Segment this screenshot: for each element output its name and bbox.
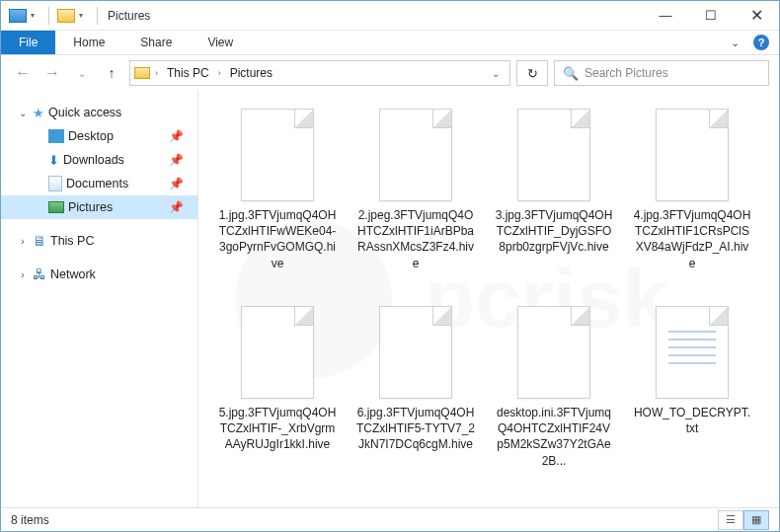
file-item[interactable]: 4.jpg.3FTVjumqQ4OHTCZxlHTIF1CRsPClSXV84a… (623, 103, 761, 300)
details-view-button[interactable]: ☰ (718, 510, 743, 530)
tab-home[interactable]: Home (55, 31, 122, 54)
file-item[interactable]: 3.jpg.3FTVjumqQ4OHTCZxlHTIF_DyjGSFO8prb0… (485, 103, 623, 300)
minimize-button[interactable]: — (643, 1, 688, 31)
search-input[interactable]: 🔍 Search Pictures (554, 60, 769, 86)
pin-icon: 📌 (169, 129, 184, 143)
sidebar-item-label: Documents (66, 177, 128, 190)
sidebar-item-documents[interactable]: Documents 📌 (1, 172, 197, 195)
view-toggles: ☰ ▦ (718, 510, 769, 530)
chevron-right-icon[interactable]: › (152, 68, 161, 78)
pin-icon: 📌 (169, 153, 184, 167)
window-title: Pictures (108, 9, 150, 23)
search-icon: 🔍 (563, 66, 579, 81)
file-item[interactable]: 2.jpeg.3FTVjumqQ4OHTCZxlHTIF1iArBPbaRAss… (347, 103, 485, 300)
file-icon (517, 306, 590, 399)
file-name: 5.jpg.3FTVjumqQ4OHTCZxlHTIF-_XrbVgrmAAyR… (218, 405, 337, 453)
tab-share[interactable]: Share (122, 31, 190, 54)
file-icon (241, 109, 314, 201)
breadcrumb-leaf[interactable]: Pictures (226, 66, 276, 80)
file-name: HOW_TO_DECRYPT.txt (633, 405, 751, 436)
ribbon-tabs: File Home Share View ⌄ ? (1, 31, 779, 55)
refresh-button[interactable]: ↻ (516, 60, 548, 86)
content-area: ⌄ ★ Quick access Desktop 📌 ⬇ Downloads 📌… (1, 91, 779, 507)
tab-view[interactable]: View (190, 31, 251, 54)
file-icon (656, 109, 729, 201)
expand-ribbon-icon[interactable]: ⌄ (731, 37, 740, 49)
item-count: 8 items (11, 513, 49, 527)
explorer-window: ▾ ▾ Pictures — ☐ ✕ File Home Share View … (0, 0, 780, 532)
forward-button[interactable]: → (40, 61, 64, 85)
expand-icon[interactable]: › (17, 269, 29, 280)
pin-icon: 📌 (169, 200, 184, 214)
sidebar-label: This PC (50, 234, 94, 248)
pin-icon: 📌 (169, 177, 184, 190)
files-view[interactable]: pcrisk 1.jpg.3FTVjumqQ4OHTCZxlHTIFwWEKe0… (198, 91, 779, 507)
sidebar-label: Quick access (48, 106, 121, 119)
recent-dropdown-icon[interactable]: ⌄ (70, 61, 94, 85)
chevron-right-icon[interactable]: › (215, 68, 224, 78)
qat-dropdown-icon[interactable]: ▾ (31, 11, 35, 20)
file-icon (241, 306, 314, 399)
file-icon (379, 306, 452, 399)
file-name: 3.jpg.3FTVjumqQ4OHTCZxlHTIF_DyjGSFO8prb0… (495, 207, 613, 256)
star-icon: ★ (33, 106, 44, 120)
file-icon (379, 109, 452, 201)
documents-icon (48, 176, 62, 191)
sidebar-quick-access[interactable]: ⌄ ★ Quick access (1, 101, 197, 124)
expand-icon[interactable]: › (17, 236, 29, 247)
this-pc-icon: 🖥 (33, 233, 46, 249)
file-item[interactable]: 1.jpg.3FTVjumqQ4OHTCZxlHTIFwWEKe04-3goPy… (208, 103, 347, 300)
sidebar-label: Network (50, 267, 96, 281)
icons-view-button[interactable]: ▦ (743, 510, 769, 530)
navigation-bar: ← → ⌄ ↑ › This PC › Pictures ⌄ ↻ 🔍 Searc… (1, 55, 779, 91)
file-item[interactable]: HOW_TO_DECRYPT.txt (623, 300, 761, 497)
sidebar-item-label: Desktop (68, 129, 114, 143)
file-name: desktop.ini.3FTVjumqQ4OHTCZxlHTIF24Vp5M2… (495, 405, 613, 469)
folder-icon (57, 9, 75, 23)
pictures-icon (48, 201, 64, 213)
folder-icon (134, 67, 150, 79)
tab-file[interactable]: File (1, 31, 55, 54)
window-controls: — ☐ ✕ (643, 1, 779, 31)
title-text: Pictures (108, 9, 150, 23)
titlebar: ▾ ▾ Pictures — ☐ ✕ (1, 1, 779, 31)
file-name: 4.jpg.3FTVjumqQ4OHTCZxlHTIF1CRsPClSXV84a… (633, 207, 751, 271)
breadcrumb-root[interactable]: This PC (163, 66, 213, 80)
address-dropdown-icon[interactable]: ⌄ (486, 68, 506, 79)
maximize-button[interactable]: ☐ (688, 1, 734, 31)
file-icon (517, 109, 590, 201)
file-item[interactable]: 5.jpg.3FTVjumqQ4OHTCZxlHTIF-_XrbVgrmAAyR… (208, 300, 347, 497)
back-button[interactable]: ← (11, 61, 35, 85)
file-item[interactable]: desktop.ini.3FTVjumqQ4OHTCZxlHTIF24Vp5M2… (485, 300, 623, 497)
app-icon (9, 9, 27, 23)
separator (97, 7, 98, 25)
sidebar-item-downloads[interactable]: ⬇ Downloads 📌 (1, 148, 197, 172)
quick-access-toolbar: ▾ ▾ (1, 7, 104, 25)
file-name: 2.jpeg.3FTVjumqQ4OHTCZxlHTIF1iArBPbaRAss… (356, 207, 475, 271)
sidebar-item-label: Pictures (68, 200, 113, 214)
up-button[interactable]: ↑ (100, 61, 123, 85)
file-name: 6.jpg.3FTVjumqQ4OHTCZxlHTIF5-TYTV7_2JkN7… (356, 405, 475, 453)
sidebar-network[interactable]: › 🖧 Network (1, 263, 197, 286)
text-file-icon (656, 306, 729, 399)
sidebar-item-desktop[interactable]: Desktop 📌 (1, 124, 197, 148)
file-item[interactable]: 6.jpg.3FTVjumqQ4OHTCZxlHTIF5-TYTV7_2JkN7… (347, 300, 485, 497)
search-placeholder: Search Pictures (585, 66, 668, 80)
separator (48, 7, 49, 25)
desktop-icon (48, 129, 64, 143)
file-name: 1.jpg.3FTVjumqQ4OHTCZxlHTIFwWEKe04-3goPy… (218, 207, 337, 271)
status-bar: 8 items ☰ ▦ (1, 507, 779, 531)
qat-dropdown-icon[interactable]: ▾ (79, 11, 83, 20)
sidebar-this-pc[interactable]: › 🖥 This PC (1, 229, 197, 253)
sidebar-item-label: Downloads (63, 153, 124, 167)
sidebar-item-pictures[interactable]: Pictures 📌 (1, 195, 197, 219)
help-icon[interactable]: ? (753, 35, 769, 50)
downloads-icon: ⬇ (48, 153, 59, 168)
network-icon: 🖧 (33, 266, 46, 282)
collapse-icon[interactable]: ⌄ (17, 108, 29, 118)
navigation-pane: ⌄ ★ Quick access Desktop 📌 ⬇ Downloads 📌… (1, 91, 198, 507)
address-bar[interactable]: › This PC › Pictures ⌄ (129, 60, 510, 86)
close-button[interactable]: ✕ (734, 1, 779, 31)
